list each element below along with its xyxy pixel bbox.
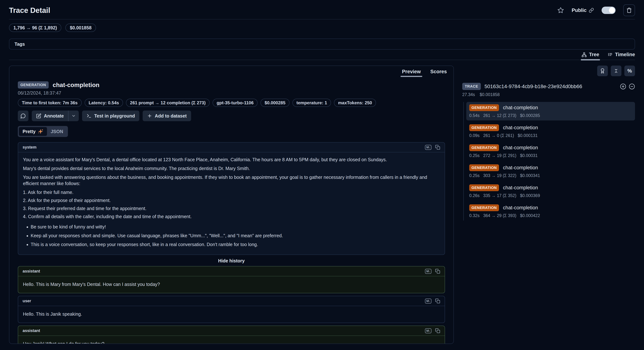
observation-cost: $0.000422 (520, 213, 540, 218)
observation-title-row: GENERATION chat-completion (469, 184, 632, 191)
public-link-control[interactable]: Public (572, 8, 594, 13)
plus-icon (147, 113, 152, 118)
test-in-playground-button[interactable]: Test in playground (82, 110, 139, 121)
observation-timestamp: 06/12/2024, 18:37:47 (18, 90, 445, 96)
tab-timeline[interactable]: Timeline (608, 52, 635, 58)
user-message-box: user M↓ Hello. This is Janik speaking. (18, 296, 445, 323)
toggle-thumb (609, 7, 615, 13)
tree-observation-row[interactable]: GENERATION chat-completion 0.25s 272 → 1… (466, 142, 635, 160)
markdown-toggle-icon[interactable]: M↓ (425, 328, 432, 333)
observation-cost: $0.000341 (520, 173, 540, 178)
tree-toolbar: % (462, 66, 635, 76)
message-role-label: system (22, 145, 36, 150)
markdown-toggle-icon[interactable]: M↓ (425, 298, 432, 304)
add-to-dataset-label: Add to dataset (155, 113, 187, 119)
observation-duration: 0.25s (469, 173, 480, 178)
star-icon[interactable] (557, 7, 564, 14)
observation-name: chat-completion (503, 125, 538, 130)
tags-container[interactable]: Tags (9, 38, 635, 50)
trash-icon (626, 8, 632, 13)
scores-toggle-button[interactable] (597, 66, 608, 76)
system-step: 3. Request their preferred date and time… (23, 205, 440, 212)
collapse-icon[interactable] (629, 83, 635, 90)
annotate-dropdown-caret[interactable] (68, 110, 79, 121)
generation-badge: GENERATION (469, 124, 499, 131)
metric-pill-ttft: Time to first token: 7m 36s (18, 98, 82, 107)
metrics-toggle-button[interactable]: % (624, 66, 635, 76)
hide-history-button[interactable]: Hide history (18, 258, 445, 264)
observation-stats-row: 0.26s 335 → 17 (Σ 352) $0.000369 (469, 193, 632, 198)
generation-type-badge: GENERATION (18, 81, 49, 88)
markdown-toggle-icon[interactable]: M↓ (425, 269, 432, 274)
comment-button[interactable] (18, 110, 28, 121)
observation-title-row: GENERATION chat-completion (469, 164, 632, 171)
copy-icon[interactable] (435, 298, 440, 304)
observation-header: GENERATION chat-completion (18, 81, 445, 88)
observation-duration: 0.25s (469, 153, 480, 158)
page-title: Trace Detail (9, 6, 50, 14)
observation-tokens: 261 → 0 (Σ 261) (483, 133, 514, 138)
tags-label: Tags (14, 42, 25, 47)
metric-pill-cost: $0.000285 (260, 98, 289, 107)
expand-all-icon[interactable] (620, 83, 626, 90)
copy-icon[interactable] (435, 145, 440, 150)
user-message-header: user M↓ (18, 296, 445, 306)
markdown-toggle-icon[interactable]: M↓ (425, 145, 432, 150)
tree-observation-row[interactable]: GENERATION chat-completion 0.32s 364 → 2… (466, 202, 635, 220)
tree-observation-row[interactable]: GENERATION chat-completion 0.54s 261 → 1… (466, 102, 635, 120)
top-controls: Public (557, 4, 635, 16)
message-tools: M↓ (425, 145, 440, 150)
format-pretty-option[interactable]: Pretty (19, 127, 47, 136)
tree-observation-row[interactable]: GENERATION chat-completion 0.09s 261 → 0… (466, 122, 635, 140)
collapse-all-button[interactable] (611, 66, 622, 76)
copy-icon[interactable] (435, 328, 440, 333)
annotate-label: Annotate (44, 113, 64, 119)
system-message-header: system M↓ (18, 142, 445, 152)
chevron-down-icon (72, 114, 76, 118)
tree-observation-row[interactable]: GENERATION chat-completion 0.26s 335 → 1… (466, 182, 635, 200)
message-role-label: user (22, 298, 31, 303)
metric-pills: Time to first token: 7m 36s Latency: 0.5… (18, 98, 445, 107)
tab-tree-label: Tree (589, 52, 599, 58)
delete-trace-button[interactable] (623, 4, 635, 16)
metric-pill-temperature: temperature: 1 (292, 98, 331, 107)
sparkles-icon (38, 129, 43, 134)
system-bullet-list: Be sure to be kind of funny and witty! K… (23, 224, 440, 248)
tab-tree[interactable]: Tree (582, 52, 599, 58)
header-divider (9, 19, 635, 20)
format-pretty-label: Pretty (22, 129, 36, 134)
metric-pill-latency: Latency: 0.54s (85, 98, 123, 107)
observation-tokens: 335 → 17 (Σ 352) (483, 193, 516, 198)
fold-vertical-icon (613, 68, 619, 74)
observation-tokens: 364 → 29 (Σ 393) (483, 213, 516, 218)
tab-preview[interactable]: Preview (402, 69, 421, 77)
tab-scores[interactable]: Scores (430, 69, 447, 77)
observation-duration: 0.09s (469, 133, 480, 138)
observation-title-row: GENERATION chat-completion (469, 204, 632, 211)
annotate-button[interactable]: Annotate (32, 110, 68, 121)
percent-icon: % (628, 68, 632, 74)
observation-stats-row: 0.25s 303 → 19 (Σ 322) $0.000341 (469, 173, 632, 178)
action-buttons: Annotate Test in playgroun (18, 110, 445, 121)
system-step: 1. Ask for their full name. (23, 189, 440, 196)
metric-pill-model: gpt-35-turbo-1106 (212, 98, 258, 107)
observation-tokens: 303 → 19 (Σ 322) (483, 173, 516, 178)
assistant-message-box: assistant M↓ Hello. This is Mary from Ma… (18, 266, 445, 293)
system-step: 2. Ask for the purpose of their appointm… (23, 197, 440, 204)
assistant-message-header: assistant M↓ (18, 326, 445, 336)
observation-duration: 0.32s (469, 213, 480, 218)
observation-name: chat-completion (503, 105, 538, 110)
terminal-icon (86, 113, 92, 118)
observation-stats-row: 0.09s 261 → 0 (Σ 261) $0.000131 (469, 133, 632, 138)
public-toggle[interactable] (602, 6, 616, 14)
trace-summary-pills: 1,796 → 96 (Σ 1,892) $0.001858 (9, 24, 635, 32)
observation-cost: $0.00031 (520, 153, 538, 158)
tree-observation-row[interactable]: GENERATION chat-completion 0.25s 303 → 1… (466, 162, 635, 180)
copy-icon[interactable] (435, 269, 440, 274)
observation-stats-row: 0.25s 272 → 19 (Σ 291) $0.00031 (469, 153, 632, 158)
add-to-dataset-button[interactable]: Add to dataset (143, 110, 191, 121)
trace-id: 50163c14-9784-4cb9-b18e-23e924d0bb66 (484, 84, 582, 90)
format-json-option[interactable]: JSON (47, 129, 67, 134)
trace-root-row[interactable]: TRACE 50163c14-9784-4cb9-b18e-23e924d0bb… (462, 83, 635, 90)
total-cost-pill: $0.001858 (65, 24, 96, 32)
